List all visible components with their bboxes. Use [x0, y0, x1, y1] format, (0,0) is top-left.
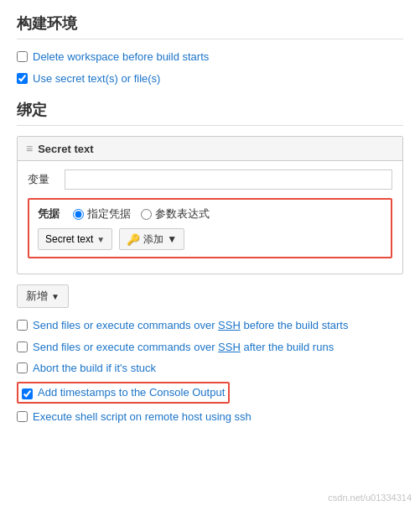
dropdown-row: Secret text ▼ 🔑 添加 ▼	[38, 228, 382, 250]
card-header: ≡ Secret text	[18, 137, 402, 161]
delete-workspace-checkbox[interactable]	[17, 51, 28, 62]
add-label: 添加	[143, 232, 163, 247]
timestamps-highlighted: Add timestamps to the Console Output	[17, 382, 230, 404]
secret-text-card: ≡ Secret text 变量 凭据 指定凭据	[17, 136, 403, 274]
use-secret-text-checkbox[interactable]	[17, 73, 28, 84]
radio-row: 凭据 指定凭据 参数表达式	[38, 206, 382, 222]
option-row-3: Abort the build if it's stuck	[17, 361, 403, 376]
variable-input[interactable]	[65, 169, 392, 190]
variable-label: 变量	[28, 172, 58, 187]
option-row-1: Send files or execute commands over SSH …	[17, 318, 403, 333]
credentials-box: 凭据 指定凭据 参数表达式 Secret text ▼	[28, 198, 392, 258]
abort-stuck-label[interactable]: Abort the build if it's stuck	[33, 361, 156, 376]
new-btn-container: 新增 ▼	[17, 284, 403, 308]
radio-option-2: 参数表达式	[141, 206, 210, 222]
dropdown-label: Secret text	[45, 233, 93, 245]
card-title: Secret text	[38, 143, 93, 155]
timestamps-label[interactable]: Add timestamps to the Console Output	[38, 385, 225, 400]
build-env-section: 构建环境 Delete workspace before build start…	[17, 13, 403, 86]
ssh-before-checkbox[interactable]	[17, 320, 28, 331]
option-row-2: Send files or execute commands over SSH …	[17, 340, 403, 355]
ssh-after-label[interactable]: Send files or execute commands over SSH …	[33, 340, 334, 355]
option-row-4: Add timestamps to the Console Output	[17, 382, 403, 404]
remote-shell-checkbox[interactable]	[17, 411, 28, 422]
options-list: Send files or execute commands over SSH …	[17, 318, 403, 425]
radio-specified[interactable]	[73, 209, 84, 220]
bind-title: 绑定	[17, 100, 403, 126]
new-button-label: 新增	[26, 289, 48, 304]
radio-param-label[interactable]: 参数表达式	[155, 206, 210, 222]
radio-specified-label[interactable]: 指定凭据	[87, 206, 131, 222]
drag-icon: ≡	[26, 142, 33, 155]
abort-stuck-checkbox[interactable]	[17, 362, 28, 373]
build-env-title: 构建环境	[17, 13, 403, 39]
ssh-before-label[interactable]: Send files or execute commands over SSH …	[33, 318, 348, 333]
checkbox-row-2: Use secret text(s) or file(s)	[17, 71, 403, 86]
radio-option-1: 指定凭据	[73, 206, 131, 222]
option-row-5: Execute shell script on remote host usin…	[17, 409, 403, 425]
variable-row: 变量	[28, 169, 392, 190]
add-arrow-icon: ▼	[167, 233, 177, 245]
checkbox-row-1: Delete workspace before build starts	[17, 50, 403, 65]
radio-param[interactable]	[141, 209, 152, 220]
remote-shell-label[interactable]: Execute shell script on remote host usin…	[33, 409, 251, 425]
ssh-before-link[interactable]: SSH	[218, 319, 241, 331]
ssh-after-link[interactable]: SSH	[218, 341, 241, 353]
bind-section: 绑定 ≡ Secret text 变量 凭据 指定凭据	[17, 100, 403, 425]
timestamps-checkbox[interactable]	[22, 388, 33, 399]
new-button[interactable]: 新增 ▼	[17, 284, 69, 308]
card-body: 变量 凭据 指定凭据 参数表达式	[18, 161, 402, 274]
watermark: csdn.net/u01334314	[328, 493, 412, 503]
delete-workspace-label[interactable]: Delete workspace before build starts	[33, 50, 209, 65]
ssh-after-checkbox[interactable]	[17, 342, 28, 352]
new-arrow-icon: ▼	[51, 292, 60, 301]
secret-text-dropdown[interactable]: Secret text ▼	[38, 228, 112, 250]
key-icon: 🔑	[127, 233, 140, 246]
credentials-label: 凭据	[38, 206, 60, 222]
dropdown-arrow-icon: ▼	[96, 235, 105, 244]
add-button[interactable]: 🔑 添加 ▼	[119, 228, 184, 250]
use-secret-text-label[interactable]: Use secret text(s) or file(s)	[33, 71, 160, 86]
